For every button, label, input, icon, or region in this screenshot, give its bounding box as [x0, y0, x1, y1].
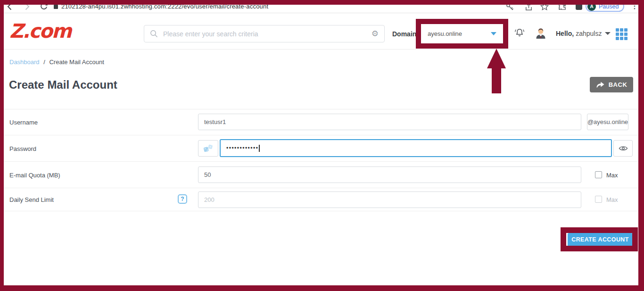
annotation-arrow-shaft: [492, 68, 501, 93]
generate-password-button[interactable]: [198, 140, 218, 157]
annotation-box-domain: [416, 19, 508, 49]
notifications-bell-icon[interactable]: [513, 27, 526, 39]
quota-input[interactable]: [198, 166, 581, 183]
user-avatar[interactable]: [534, 26, 547, 40]
send-limit-max-checkbox[interactable]: [595, 196, 602, 203]
frame-right: [638, 0, 644, 291]
greeting-hello: Hello,: [556, 30, 574, 37]
search-input[interactable]: [162, 30, 367, 38]
quota-max-label: Max: [606, 172, 618, 179]
dice-icon: [203, 143, 214, 153]
back-button[interactable]: BACK: [590, 77, 633, 92]
breadcrumb-separator: /: [43, 58, 45, 66]
text-cursor: [259, 145, 260, 152]
password-input[interactable]: ••••••••••••: [220, 139, 612, 157]
frame-top: [0, 0, 644, 5]
annotation-arrow-head: [487, 49, 506, 68]
search-box: ⚙: [144, 25, 385, 42]
breadcrumb-dashboard-link[interactable]: Dashboard: [9, 58, 40, 66]
chevron-down-icon: [605, 32, 611, 35]
eye-icon: [619, 145, 628, 151]
password-masked-value: ••••••••••••: [226, 145, 258, 151]
annotation-box-create: [561, 227, 638, 251]
password-label: Password: [9, 145, 36, 152]
username-input[interactable]: [198, 114, 581, 130]
app-header: Z.com ⚙ Domain ayesu.online Hello, zahpu…: [0, 13, 644, 50]
quota-max-checkbox[interactable]: [595, 171, 602, 178]
back-arrow-icon: [596, 81, 605, 88]
quota-label: E-mail Quota (MB): [9, 172, 60, 179]
send-limit-label: Daily Send Limit: [9, 196, 54, 203]
user-menu[interactable]: Hello, zahpulsz: [556, 30, 611, 37]
back-button-label: BACK: [609, 81, 627, 88]
help-icon[interactable]: ?: [178, 194, 187, 204]
frame-left: [0, 0, 4, 291]
domain-label: Domain: [392, 30, 416, 38]
page-title: Create Mail Account: [9, 78, 117, 91]
zcom-logo[interactable]: Z.com: [9, 20, 71, 42]
show-password-button[interactable]: [613, 140, 633, 157]
send-limit-input[interactable]: [198, 191, 581, 208]
frame-bottom: [0, 285, 644, 291]
site-info-icon[interactable]: [54, 5, 58, 9]
search-settings-gear-icon[interactable]: ⚙: [372, 30, 379, 38]
greeting-username: zahpulsz: [576, 30, 602, 37]
breadcrumb: Dashboard / Create Mail Account: [9, 58, 104, 66]
apps-grid-icon[interactable]: [616, 28, 627, 40]
send-limit-max-label: Max: [606, 196, 618, 203]
username-domain-suffix: @ayesu.online: [587, 114, 628, 130]
username-label: Username: [9, 119, 38, 126]
breadcrumb-current: Create Mail Account: [49, 58, 104, 66]
search-icon: [150, 30, 158, 38]
screen: 2102128-an4pu.is01.zwhhosting.com:2222/e…: [0, 0, 644, 291]
